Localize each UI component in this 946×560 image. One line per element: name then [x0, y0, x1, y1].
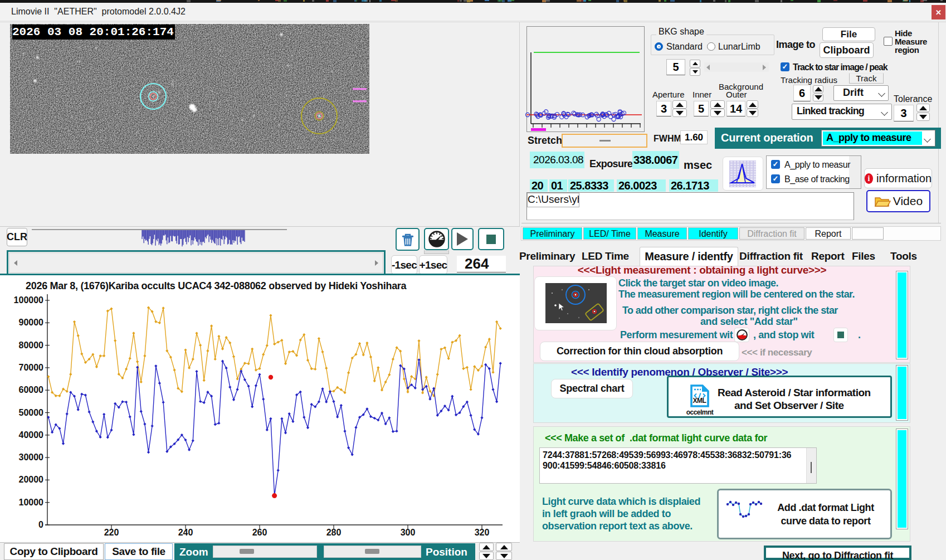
- svg-text:0: 0: [38, 520, 43, 529]
- svg-text:220: 220: [104, 528, 119, 537]
- svg-text:240: 240: [178, 528, 193, 537]
- svg-text:XML: XML: [693, 397, 706, 405]
- svg-text:30000: 30000: [19, 452, 44, 462]
- svg-text:80000: 80000: [19, 340, 44, 350]
- svg-text:70000: 70000: [19, 363, 44, 372]
- svg-text:100000: 100000: [14, 295, 43, 305]
- svg-text:60000: 60000: [19, 385, 44, 395]
- svg-text:40000: 40000: [19, 430, 44, 440]
- svg-text:20000: 20000: [19, 475, 44, 484]
- svg-text:320: 320: [475, 528, 490, 537]
- svg-text:280: 280: [326, 528, 342, 537]
- svg-text:90000: 90000: [19, 318, 44, 327]
- svg-text:300: 300: [401, 528, 416, 537]
- svg-text:10000: 10000: [19, 498, 44, 507]
- svg-text:50000: 50000: [19, 408, 44, 417]
- svg-text:260: 260: [252, 528, 267, 537]
